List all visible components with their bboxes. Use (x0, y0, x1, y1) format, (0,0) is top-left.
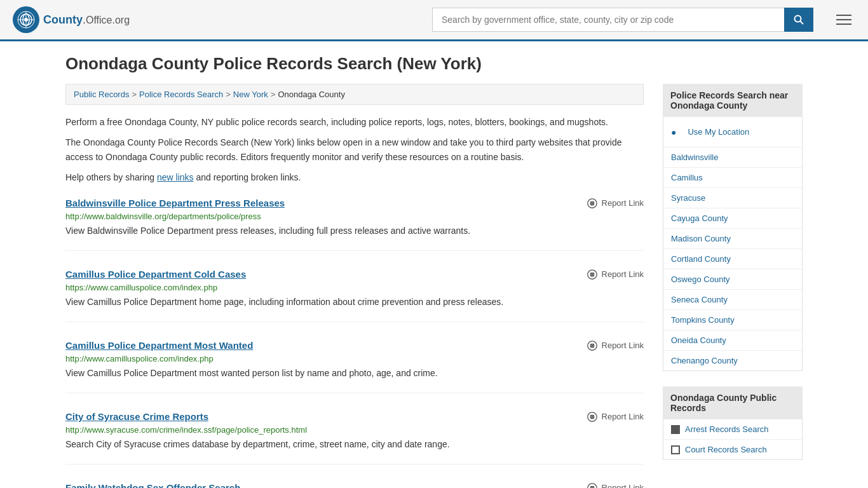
report-icon (587, 198, 598, 209)
logo-text: County.Office.org (43, 13, 130, 27)
breadcrumb-police-records[interactable]: Police Records Search (139, 90, 223, 99)
results-list: Baldwinsville Police Department Press Re… (65, 198, 644, 488)
result-title-link[interactable]: City of Syracuse Crime Reports (65, 411, 208, 422)
nearby-link-cayuga: Cayuga County (663, 208, 802, 229)
nearby-link-chenango: Chenango County (663, 351, 802, 370)
result-desc: View Camillus Police Department most wan… (65, 367, 644, 380)
report-icon (587, 411, 598, 423)
report-link[interactable]: Report Link (587, 198, 644, 209)
result-desc: View Camillus Police Department home pag… (65, 295, 644, 309)
report-icon (587, 269, 598, 280)
search-input[interactable] (432, 8, 784, 32)
result-title-link[interactable]: Baldwinsville Police Department Press Re… (65, 198, 285, 208)
arrest-records-item: Arrest Records Search (663, 419, 802, 440)
report-icon (587, 340, 598, 351)
nearby-list: ● Use My Location Baldwinsville Camillus… (663, 117, 803, 371)
nearby-heading: Police Records Search near Onondaga Coun… (663, 84, 803, 117)
public-records-list: Arrest Records Search Court Records Sear… (663, 419, 803, 460)
report-link[interactable]: Report Link (587, 482, 644, 488)
description: Perform a free Onondaga County, NY publi… (65, 115, 644, 185)
logo[interactable]: County.Office.org (13, 6, 130, 33)
arrest-icon (671, 425, 680, 434)
desc-para3: Help others by sharing new links and rep… (65, 170, 644, 184)
use-my-location-item: ● Use My Location (663, 117, 802, 147)
main-container: Onondaga County Police Records Search (N… (53, 41, 815, 488)
header: County.Office.org (0, 0, 868, 41)
nearby-link-seneca: Seneca County (663, 290, 802, 310)
result-url[interactable]: http://www.baldwinsville.org/departments… (65, 212, 644, 221)
nearby-section: Police Records Search near Onondaga Coun… (663, 84, 803, 371)
result-url[interactable]: https://www.camilluspolice.com/index.php (65, 283, 644, 292)
breadcrumb-sep-3: > (271, 90, 276, 99)
result-title-link[interactable]: Camillus Police Department Cold Cases (65, 269, 246, 280)
search-icon (794, 15, 804, 25)
search-button[interactable] (784, 8, 813, 32)
court-records-link[interactable]: Court Records Search (685, 445, 767, 454)
result-header: City of Syracuse Crime Reports Report Li… (65, 411, 644, 423)
page-title: Onondaga County Police Records Search (N… (65, 54, 803, 74)
nearby-link-baldwinsville: Baldwinsville (663, 147, 802, 168)
menu-line-2 (836, 19, 851, 20)
content-layout: Public Records > Police Records Search >… (65, 84, 803, 488)
public-records-section: Onondaga County Public Records Arrest Re… (663, 386, 803, 460)
result-item: Camillus Police Department Most Wanted R… (65, 340, 644, 393)
svg-line-7 (801, 22, 804, 25)
result-item: Camillus Police Department Cold Cases Re… (65, 269, 644, 322)
result-header: Camillus Police Department Cold Cases Re… (65, 269, 644, 280)
use-my-location-link[interactable]: Use My Location (680, 122, 757, 142)
breadcrumb-sep-1: > (132, 90, 137, 99)
result-url[interactable]: http://www.camilluspolice.com/index.php (65, 354, 644, 363)
result-title-link[interactable]: Camillus Police Department Most Wanted (65, 340, 253, 351)
svg-point-5 (24, 18, 28, 22)
desc-para2: The Onondaga County Police Records Searc… (65, 135, 644, 164)
result-header: Baldwinsville Police Department Press Re… (65, 198, 644, 209)
svg-point-6 (795, 16, 801, 22)
desc-para1: Perform a free Onondaga County, NY publi… (65, 115, 644, 129)
court-icon (671, 445, 680, 454)
result-item: Baldwinsville Police Department Press Re… (65, 198, 644, 251)
report-link[interactable]: Report Link (587, 340, 644, 351)
result-url[interactable]: http://www.syracuse.com/crime/index.ssf/… (65, 425, 644, 435)
location-pin-icon: ● (671, 127, 676, 137)
report-link[interactable]: Report Link (587, 411, 644, 423)
nearby-link-syracuse: Syracuse (663, 188, 802, 208)
result-header: Family Watchdog Sex Offender Search Repo… (65, 482, 644, 488)
logo-icon (13, 6, 39, 33)
breadcrumb-public-records[interactable]: Public Records (74, 90, 129, 99)
nearby-link-madison: Madison County (663, 229, 802, 249)
public-records-heading: Onondaga County Public Records (663, 386, 803, 419)
nearby-link-camillus: Camillus (663, 168, 802, 188)
breadcrumb-onondaga: Onondaga County (278, 90, 345, 99)
result-desc: View Baldwinsville Police Department pre… (65, 224, 644, 238)
result-item: City of Syracuse Crime Reports Report Li… (65, 411, 644, 464)
result-title-link[interactable]: Family Watchdog Sex Offender Search (65, 482, 240, 488)
menu-button[interactable] (832, 11, 855, 29)
court-records-item: Court Records Search (663, 440, 802, 459)
menu-line-1 (836, 15, 851, 16)
breadcrumb: Public Records > Police Records Search >… (65, 84, 644, 105)
breadcrumb-new-york[interactable]: New York (233, 90, 268, 99)
nearby-link-cortland: Cortland County (663, 249, 802, 269)
breadcrumb-sep-2: > (226, 90, 231, 99)
search-area (432, 8, 813, 32)
report-link[interactable]: Report Link (587, 269, 644, 280)
result-desc: Search City of Syracuse crimes database … (65, 438, 644, 451)
report-icon (587, 482, 598, 488)
arrest-records-link[interactable]: Arrest Records Search (685, 424, 769, 434)
nearby-link-oswego: Oswego County (663, 269, 802, 290)
result-item: Family Watchdog Sex Offender Search Repo… (65, 482, 644, 488)
result-header: Camillus Police Department Most Wanted R… (65, 340, 644, 351)
main-content: Public Records > Police Records Search >… (65, 84, 644, 488)
nearby-link-oneida: Oneida County (663, 330, 802, 351)
menu-line-3 (836, 24, 851, 25)
sidebar: Police Records Search near Onondaga Coun… (663, 84, 803, 488)
new-links-link[interactable]: new links (157, 172, 194, 182)
nearby-link-tompkins: Tompkins County (663, 310, 802, 330)
